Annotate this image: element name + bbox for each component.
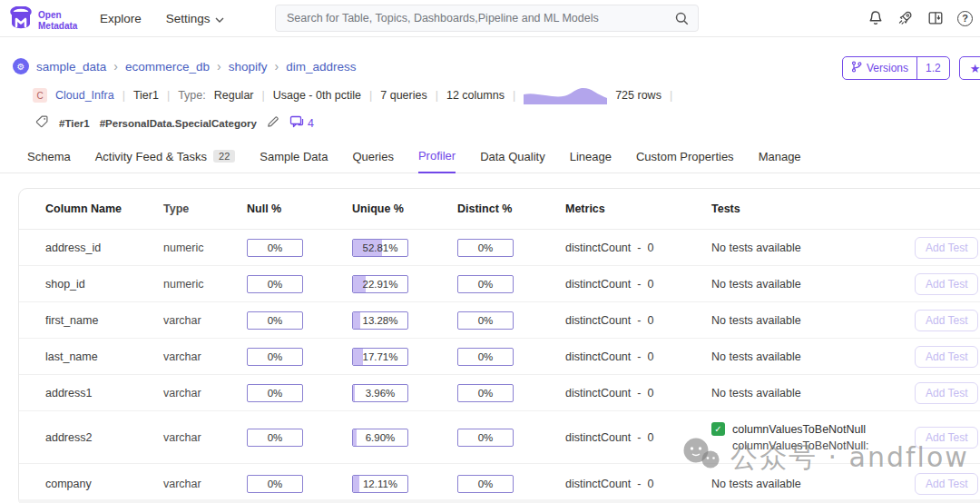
breadcrumb-schema[interactable]: shopify [229, 60, 268, 74]
service-type-badge: C [33, 88, 47, 103]
follow-button[interactable]: ★ Follow [959, 56, 980, 80]
column-name: shop_id [19, 278, 163, 291]
edit-tags-pencil-icon[interactable] [267, 115, 279, 131]
divider: | [167, 89, 170, 102]
distinct-progress: 0% [457, 239, 514, 257]
service-link[interactable]: Cloud_Infra [55, 89, 114, 102]
cropped-next-row [19, 499, 980, 503]
add-test-button[interactable]: Add Test [915, 273, 978, 295]
table-row: address_id numeric 0% 52.81% 0% distinct… [19, 230, 980, 266]
breadcrumb-service[interactable]: sample_data [36, 60, 106, 74]
tier-value: Tier1 [133, 89, 159, 102]
header-actions: Versions 1.2 ★ Follow [842, 56, 980, 80]
whats-new-icon[interactable] [927, 10, 944, 26]
null-progress: 0% [247, 429, 303, 447]
distinct-progress: 0% [457, 348, 514, 366]
search-icon[interactable] [675, 12, 689, 25]
tests-cell: No tests available [711, 314, 915, 327]
column-type: varchar [163, 387, 247, 399]
versions-button[interactable]: Versions 1.2 [842, 56, 950, 80]
search-input[interactable] [276, 12, 675, 25]
tab-data-quality[interactable]: Data Quality [480, 149, 545, 173]
tour-rocket-icon[interactable] [897, 10, 914, 26]
entity-tabs: Schema Activity Feed & Tasks22 Sample Da… [0, 149, 980, 173]
add-test-button[interactable]: Add Test [915, 427, 978, 449]
tests-cell: No tests available [711, 387, 915, 399]
help-icon[interactable]: ? [957, 11, 973, 26]
header-type: Type [163, 202, 247, 215]
breadcrumb-separator: › [217, 59, 221, 74]
tests-cell: ✓ columnValuesToBeNotNull columnValuesTo… [711, 422, 915, 452]
nav-explore[interactable]: Explore [100, 12, 142, 25]
test-name[interactable]: columnValuesToBeNotNull [732, 423, 866, 436]
unique-progress: 22.91% [352, 275, 408, 293]
profiler-panel: Column Name Type Null % Unique % Distinc… [18, 188, 980, 503]
table-row: company varchar 0% 12.11% 0% distinctCou… [19, 464, 980, 503]
table-header-row: Column Name Type Null % Unique % Distinc… [19, 189, 980, 230]
tab-sample-data[interactable]: Sample Data [260, 149, 328, 173]
breadcrumb-database[interactable]: ecommerce_db [125, 60, 210, 74]
tab-lineage[interactable]: Lineage [570, 149, 612, 173]
breadcrumb-separator: › [274, 59, 279, 74]
add-test-button[interactable]: Add Test [915, 346, 978, 368]
divider: | [513, 89, 515, 102]
add-test-button[interactable]: Add Test [915, 382, 978, 404]
nav-settings[interactable]: Settings [166, 12, 224, 25]
type-value: Regular [214, 89, 254, 102]
divider: | [122, 89, 125, 102]
search-bar[interactable] [275, 5, 699, 32]
tab-schema[interactable]: Schema [27, 149, 71, 173]
openmetadata-logo-icon [9, 6, 33, 35]
column-type: numeric [163, 278, 247, 291]
header-tests: Tests [711, 202, 915, 215]
queries-count: 7 queries [380, 89, 426, 102]
distinct-progress: 0% [457, 429, 514, 447]
notifications-bell-icon[interactable] [867, 10, 884, 26]
table-row: address1 varchar 0% 3.96% 0% distinctCou… [19, 375, 980, 411]
divider: | [369, 89, 372, 102]
tag-tier1[interactable]: #Tier1 [59, 118, 90, 129]
add-test-button[interactable]: Add Test [915, 237, 978, 259]
metrics-cell: distinctCount-0 [565, 478, 711, 490]
divider: | [262, 89, 265, 102]
navbar-icon-group: ? [867, 10, 973, 26]
metrics-cell: distinctCount-0 [565, 431, 711, 444]
table-info-row: C Cloud_Infra | Tier1 | Type: Regular | … [33, 86, 980, 104]
tag-personaldata[interactable]: #PersonalData.SpecialCategory [100, 118, 257, 129]
unique-progress: 52.81% [352, 239, 408, 257]
null-progress: 0% [247, 239, 303, 257]
conversation-icon [289, 115, 304, 131]
add-test-button[interactable]: Add Test [915, 473, 978, 495]
tab-custom-properties[interactable]: Custom Properties [636, 149, 734, 173]
header-column-name: Column Name [19, 202, 163, 215]
unique-progress: 13.28% [352, 311, 408, 330]
tests-cell: No tests available [711, 242, 915, 254]
column-type: numeric [163, 242, 247, 254]
app-logo[interactable]: Open Metadata [9, 6, 77, 35]
tab-manage[interactable]: Manage [759, 149, 801, 173]
column-type: varchar [163, 314, 247, 327]
column-type: varchar [163, 350, 247, 363]
chevron-down-icon [215, 12, 224, 25]
tab-profiler[interactable]: Profiler [418, 149, 456, 173]
null-progress: 0% [247, 384, 303, 402]
metrics-cell: distinctCount-0 [565, 387, 711, 399]
header-unique-pct: Unique % [352, 202, 457, 215]
activity-count-badge: 22 [213, 150, 235, 163]
add-test-button[interactable]: Add Test [915, 310, 978, 331]
null-progress: 0% [247, 275, 303, 293]
unique-progress: 12.11% [352, 475, 408, 493]
table-row: shop_id numeric 0% 22.91% 0% distinctCou… [19, 266, 980, 302]
conversations-button[interactable]: 4 [289, 115, 314, 131]
breadcrumb-table[interactable]: dim_address [286, 60, 356, 74]
row-count-sparkline [524, 86, 607, 104]
version-number: 1.2 [916, 57, 949, 79]
column-type: varchar [163, 478, 247, 490]
tab-activity-feed[interactable]: Activity Feed & Tasks22 [95, 149, 236, 173]
divider: | [670, 89, 672, 102]
table-row: last_name varchar 0% 17.71% 0% distinctC… [19, 339, 980, 375]
tab-queries[interactable]: Queries [352, 149, 394, 173]
column-name: company [19, 478, 163, 490]
distinct-progress: 0% [457, 475, 514, 493]
divider: | [436, 89, 438, 102]
